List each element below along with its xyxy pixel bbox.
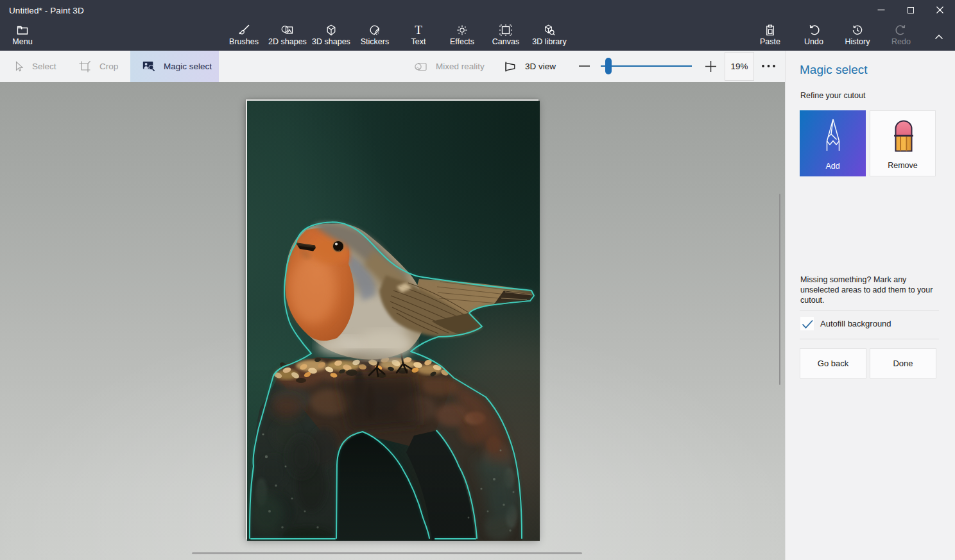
svg-text:T: T — [415, 24, 422, 37]
